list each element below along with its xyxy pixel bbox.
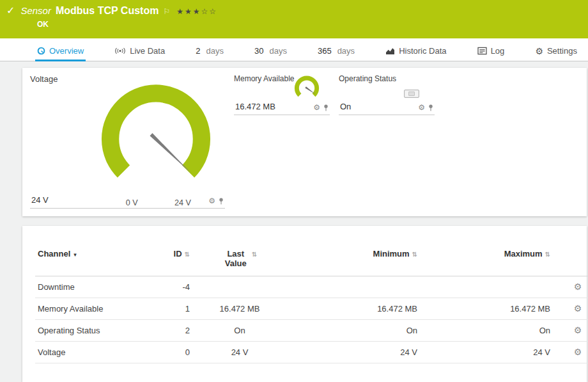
cell-id: 2 bbox=[149, 320, 192, 342]
cell-maximum bbox=[420, 276, 553, 298]
channel-table-card: Channel▾ ID⇅ Last Value⇅ Minimum⇅ Maximu… bbox=[22, 226, 587, 382]
sort-icon[interactable]: ⇅ bbox=[412, 251, 417, 258]
tab-label: Log bbox=[491, 46, 505, 56]
gear-icon[interactable]: ⚙ bbox=[418, 104, 425, 111]
tab-log[interactable]: Log bbox=[476, 41, 507, 61]
col-header-minimum[interactable]: Minimum⇅ bbox=[287, 246, 420, 276]
memory-gauge bbox=[292, 76, 321, 104]
cell-last-value: On bbox=[192, 320, 287, 342]
col-header-label: Minimum bbox=[373, 249, 410, 259]
tab-settings[interactable]: ⚙ Settings bbox=[533, 41, 579, 61]
cell-minimum bbox=[287, 276, 420, 298]
cell-last-value: 24 V bbox=[192, 342, 287, 363]
panel-action-icons: ⚙ bbox=[418, 104, 433, 111]
pin-icon[interactable] bbox=[323, 104, 329, 111]
col-header-maximum[interactable]: Maximum⇅ bbox=[420, 246, 553, 276]
sensor-title: Modbus TCP Custom bbox=[56, 5, 159, 17]
sensor-status-badge: OK bbox=[37, 20, 580, 29]
sensor-header-row: ✓ Sensor Modbus TCP Custom ⚐ ★★★☆☆ bbox=[6, 4, 580, 17]
voltage-gauge: 0 V 24 V bbox=[89, 82, 223, 213]
voltage-gauge-panel: Voltage 0 V 24 V 24 V ⚙ bbox=[30, 74, 225, 209]
voltage-last-value: 24 V bbox=[31, 195, 49, 205]
memory-last-value: 16.472 MB bbox=[235, 102, 275, 111]
cell-last-value bbox=[192, 276, 287, 298]
col-header-settings bbox=[553, 246, 588, 276]
channel-settings-icon[interactable]: ⚙ bbox=[574, 347, 582, 357]
col-header-label: ID bbox=[174, 249, 182, 259]
operating-panel-footer: On ⚙ bbox=[339, 102, 435, 115]
tab-label: days bbox=[206, 46, 223, 56]
table-row-downtime: Downtime -4 ⚙ bbox=[35, 276, 588, 298]
sort-icon[interactable]: ⇅ bbox=[545, 251, 550, 258]
cell-id: -4 bbox=[149, 276, 192, 298]
tab-30-days[interactable]: 30days bbox=[252, 41, 289, 61]
pin-icon[interactable] bbox=[219, 198, 224, 205]
col-header-label: Maximum bbox=[504, 249, 543, 259]
cell-channel: Operating Status bbox=[35, 320, 149, 342]
memory-available-panel: Memory Available 16.472 MB ⚙ bbox=[234, 74, 330, 115]
cell-id: 0 bbox=[149, 342, 192, 363]
cell-last-value: 16.472 MB bbox=[192, 298, 287, 320]
log-list-icon bbox=[477, 47, 487, 55]
caret-down-icon: ▾ bbox=[74, 251, 77, 258]
tab-label-number: 30 bbox=[254, 46, 263, 56]
live-data-icon bbox=[114, 47, 126, 54]
cell-channel: Memory Available bbox=[35, 298, 149, 320]
tab-label-number: 365 bbox=[318, 46, 332, 56]
settings-gear-icon: ⚙ bbox=[535, 47, 543, 56]
col-header-channel[interactable]: Channel▾ bbox=[35, 246, 149, 276]
gear-icon[interactable]: ⚙ bbox=[208, 197, 215, 205]
panel-action-icons: ⚙ bbox=[208, 197, 224, 205]
col-header-label: Last Value bbox=[222, 249, 249, 268]
historic-data-chart-icon bbox=[385, 47, 395, 55]
cell-maximum: 24 V bbox=[420, 342, 553, 363]
channel-settings-icon[interactable]: ⚙ bbox=[574, 325, 582, 335]
sensor-kind-label: Sensor bbox=[20, 5, 51, 16]
tab-label-number: 2 bbox=[196, 46, 200, 56]
tab-label: Overview bbox=[49, 46, 84, 56]
tab-bar: Overview Live Data 2days 30days 365days … bbox=[0, 38, 588, 61]
sort-icon[interactable]: ⇅ bbox=[252, 251, 257, 258]
overview-gauges-card: Voltage 0 V 24 V 24 V ⚙ Memory Available bbox=[22, 68, 587, 216]
gear-icon[interactable]: ⚙ bbox=[313, 104, 320, 111]
pin-icon[interactable] bbox=[428, 104, 433, 111]
tab-label: Live Data bbox=[130, 46, 165, 56]
memory-panel-footer: 16.472 MB ⚙ bbox=[234, 102, 330, 115]
col-header-last-value[interactable]: Last Value⇅ bbox=[192, 246, 287, 276]
sort-icon[interactable]: ⇅ bbox=[185, 251, 190, 258]
cell-channel: Voltage bbox=[35, 342, 149, 363]
operating-last-value: On bbox=[340, 102, 351, 111]
cell-maximum: On bbox=[420, 320, 553, 342]
tab-2-days[interactable]: 2days bbox=[194, 41, 226, 61]
cell-channel: Downtime bbox=[35, 276, 149, 298]
tab-365-days[interactable]: 365days bbox=[316, 41, 357, 61]
table-row-memory-available: Memory Available 1 16.472 MB 16.472 MB 1… bbox=[35, 298, 588, 320]
table-row-voltage: Voltage 0 24 V 24 V 24 V ⚙ bbox=[35, 342, 588, 363]
cell-minimum: On bbox=[287, 320, 420, 342]
sensor-header: ✓ Sensor Modbus TCP Custom ⚐ ★★★☆☆ OK bbox=[0, 0, 588, 38]
col-header-label: Channel bbox=[38, 249, 70, 259]
tab-label: days bbox=[269, 46, 286, 56]
tab-historic-data[interactable]: Historic Data bbox=[383, 41, 448, 61]
tab-overview[interactable]: Overview bbox=[35, 41, 86, 61]
col-header-id[interactable]: ID⇅ bbox=[149, 246, 192, 276]
cell-id: 1 bbox=[149, 298, 192, 320]
channel-settings-icon[interactable]: ⚙ bbox=[574, 303, 582, 314]
cell-maximum: 16.472 MB bbox=[420, 298, 553, 320]
overview-gauge-icon bbox=[37, 47, 45, 55]
operating-status-title: Operating Status bbox=[339, 74, 435, 83]
channel-table-header-row: Channel▾ ID⇅ Last Value⇅ Minimum⇅ Maximu… bbox=[35, 246, 588, 276]
flag-icon[interactable]: ⚐ bbox=[163, 7, 170, 16]
voltage-panel-footer: 24 V ⚙ bbox=[30, 195, 225, 209]
tab-label: days bbox=[337, 46, 355, 56]
tab-live-data[interactable]: Live Data bbox=[112, 41, 167, 61]
status-ok-check-icon: ✓ bbox=[6, 4, 15, 17]
channel-table: Channel▾ ID⇅ Last Value⇅ Minimum⇅ Maximu… bbox=[35, 246, 588, 363]
tab-label: Historic Data bbox=[399, 46, 446, 56]
operating-status-panel: Operating Status On ⚙ bbox=[339, 74, 435, 115]
status-switch-knob bbox=[408, 92, 415, 96]
cell-minimum: 16.472 MB bbox=[287, 298, 420, 320]
panel-action-icons: ⚙ bbox=[313, 104, 329, 111]
priority-stars[interactable]: ★★★☆☆ bbox=[176, 7, 217, 16]
channel-settings-icon[interactable]: ⚙ bbox=[574, 282, 582, 292]
